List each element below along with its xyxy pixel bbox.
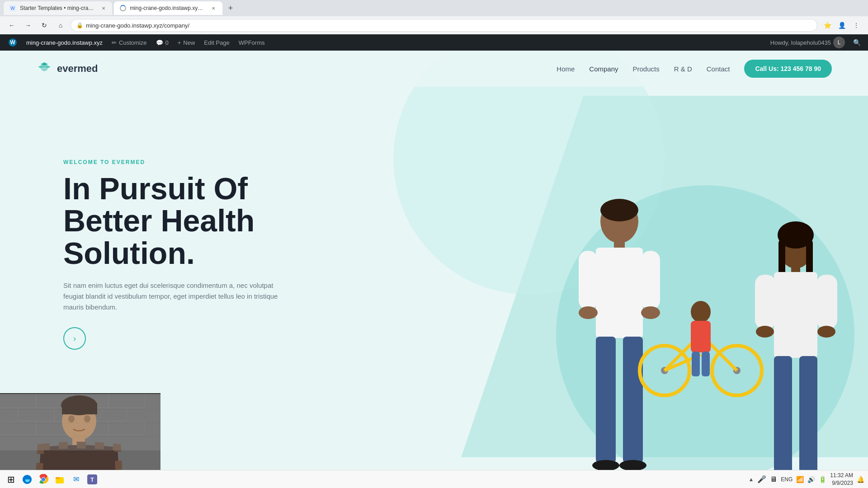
taskbar-icons: ⊞ ✉ T (0, 472, 103, 487)
svg-rect-38 (816, 275, 837, 329)
teams-icon[interactable]: T (85, 472, 99, 487)
customize-icon: ✏ (112, 39, 117, 46)
site-nav: Home Company Products R & D Contact Call… (557, 60, 832, 78)
desktop-icon[interactable]: 🖥 (770, 475, 777, 483)
logo-icon (36, 61, 52, 77)
tab-bar: W Starter Templates • ming-crane-... ✕ m… (0, 0, 868, 16)
wordpress-icon: W (8, 38, 17, 47)
hero-title: In Pursuit Of Better Health Solution. (63, 173, 280, 269)
taskbar-right: ▲ 🎤 🖥 ENG 📶 🔊 🔋 11:32 AM 9/9/2023 🔔 (745, 472, 868, 487)
svg-point-6 (600, 199, 638, 221)
forward-button[interactable]: → (22, 19, 34, 32)
nav-home[interactable]: Home (557, 65, 575, 73)
plus-icon: + (178, 39, 181, 46)
tab-1-title: Starter Templates • ming-crane-... (20, 5, 94, 11)
nav-contact[interactable]: Contact (707, 65, 730, 73)
address-bar[interactable]: 🔒 ming-crane-godo.instawp.xyz/company/ (71, 19, 817, 32)
volume-icon[interactable]: 🔊 (807, 476, 815, 483)
browser-window: W Starter Templates • ming-crane-... ✕ m… (0, 0, 868, 488)
wp-logo-item[interactable]: W (4, 34, 22, 51)
svg-rect-7 (614, 239, 625, 249)
svg-rect-9 (579, 251, 598, 310)
notifications-button[interactable]: 🔔 (857, 476, 864, 483)
hero-family-svg (515, 163, 868, 488)
explorer-icon[interactable] (52, 472, 67, 487)
svg-point-27 (691, 301, 711, 323)
tab-2-close[interactable]: ✕ (210, 5, 217, 12)
svg-rect-66 (56, 477, 60, 479)
arrow-icon: › (73, 334, 76, 343)
svg-point-39 (756, 326, 774, 338)
nav-company[interactable]: Company (589, 65, 618, 73)
svg-rect-14 (623, 337, 643, 463)
user-avatar: L (833, 37, 845, 48)
website-content: evermed Home Company Products R & D Cont… (0, 51, 868, 488)
wp-customize[interactable]: ✏ Customize (107, 34, 151, 51)
logo-text: evermed (57, 63, 98, 75)
lock-icon: 🔒 (76, 22, 83, 28)
wifi-icon[interactable]: 📶 (796, 476, 804, 483)
hero-content: WELCOME TO EVERMED In Pursuit Of Better … (63, 159, 280, 350)
system-clock[interactable]: 11:32 AM 9/9/2023 (830, 472, 853, 487)
taskbar: ⊞ ✉ T ▲ 🎤 🖥 ENG 📶 🔊 🔋 11:32 AM (0, 470, 868, 488)
svg-rect-34 (806, 239, 813, 276)
menu-button[interactable]: ⋮ (850, 19, 863, 32)
outlook-icon[interactable]: ✉ (69, 472, 83, 487)
tab-2-favicon (119, 5, 126, 12)
site-logo[interactable]: evermed (36, 61, 98, 77)
url-text: ming-crane-godo.instawp.xyz/company/ (86, 22, 189, 29)
svg-rect-41 (774, 356, 792, 478)
browser-tab-2[interactable]: ming-crane-godo.instawp.xyz/c... ✕ (114, 1, 222, 15)
nav-rd[interactable]: R & D (674, 65, 692, 73)
svg-rect-35 (791, 266, 800, 273)
microphone-icon[interactable]: 🎤 (757, 475, 766, 483)
wp-forms[interactable]: WPForms (234, 34, 269, 51)
tab-1-favicon: W (9, 5, 16, 12)
extensions-button[interactable]: ⭐ (821, 19, 834, 32)
tab-1-close[interactable]: ✕ (100, 5, 107, 12)
wp-site-name[interactable]: ming-crane-godo.instawp.xyz (22, 34, 107, 51)
svg-rect-42 (799, 356, 817, 478)
wp-howdy[interactable]: Howdy, lolapeholu0435 L (766, 37, 849, 48)
new-tab-button[interactable]: + (224, 2, 237, 14)
tab-2-title: ming-crane-godo.instawp.xyz/c... (130, 5, 205, 11)
browser-tab-1[interactable]: W Starter Templates • ming-crane-... ✕ (4, 1, 112, 15)
cta-phone-button[interactable]: Call Us: 123 456 78 90 (744, 60, 832, 78)
svg-point-12 (641, 306, 660, 319)
back-button[interactable]: ← (5, 19, 18, 32)
svg-rect-29 (692, 352, 700, 376)
comments-icon: 💬 (156, 39, 163, 46)
svg-point-15 (592, 460, 619, 471)
edge-icon[interactable] (20, 472, 34, 487)
svg-point-64 (42, 478, 45, 481)
hero-tag: WELCOME TO EVERMED (63, 159, 280, 165)
svg-point-40 (817, 326, 835, 338)
hero-cta-button[interactable]: › (63, 327, 86, 350)
hero-description: Sit nam enim luctus eget dui scelerisque… (63, 280, 280, 313)
profile-button[interactable]: 👤 (835, 19, 848, 32)
battery-icon[interactable]: 🔋 (819, 476, 826, 483)
site-header: evermed Home Company Products R & D Cont… (0, 51, 868, 87)
wp-edit-page[interactable]: Edit Page (199, 34, 234, 51)
wp-admin-bar: W ming-crane-godo.instawp.xyz ✏ Customiz… (0, 34, 868, 51)
svg-rect-36 (774, 272, 817, 358)
chrome-icon[interactable] (36, 472, 51, 487)
svg-point-11 (579, 306, 598, 319)
wp-comments[interactable]: 💬 0 (151, 34, 173, 51)
wp-new[interactable]: + New (173, 34, 200, 51)
svg-rect-33 (778, 239, 785, 276)
svg-rect-28 (691, 321, 711, 352)
svg-point-16 (619, 460, 646, 471)
svg-text:W: W (10, 39, 15, 46)
home-button[interactable]: ⌂ (54, 19, 67, 32)
windows-start-button[interactable]: ⊞ (4, 472, 18, 487)
refresh-button[interactable]: ↻ (38, 19, 51, 32)
svg-text:T: T (90, 477, 94, 483)
svg-rect-30 (702, 352, 710, 376)
nav-products[interactable]: Products (633, 65, 660, 73)
nav-bar: ← → ↻ ⌂ 🔒 ming-crane-godo.instawp.xyz/co… (0, 16, 868, 34)
wp-search-icon[interactable]: 🔍 (849, 39, 864, 46)
svg-text:W: W (10, 6, 15, 11)
language-indicator: ENG (781, 476, 793, 483)
taskbar-up-arrow[interactable]: ▲ (748, 476, 754, 483)
